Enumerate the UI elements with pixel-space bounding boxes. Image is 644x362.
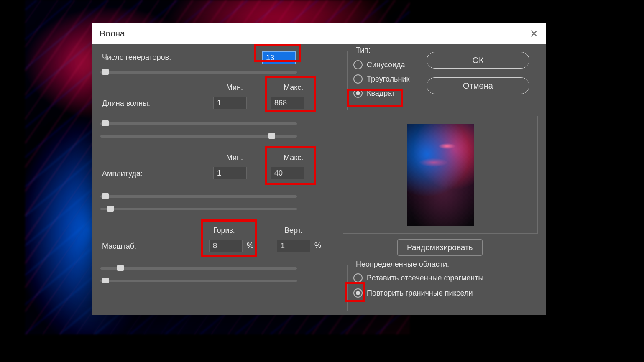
preview-image	[407, 124, 474, 226]
scale-label: Масштаб:	[102, 242, 136, 251]
amplitude-max-slider[interactable]	[100, 208, 297, 210]
scale-horiz-slider[interactable]	[100, 267, 297, 270]
type-legend: Тип:	[353, 46, 373, 55]
type-radio-sine[interactable]: Синусоида	[353, 60, 405, 69]
radio-icon	[353, 74, 363, 84]
undefined-radio-wrap[interactable]: Вставить отсеченные фрагменты	[353, 273, 484, 283]
amplitude-min-header: Мин.	[226, 153, 243, 162]
wavelength-max-slider[interactable]	[100, 135, 297, 138]
radio-icon	[353, 288, 363, 298]
preview-box	[343, 116, 538, 234]
generators-slider[interactable]	[100, 71, 297, 74]
type-fieldset: Тип: Синусоида Треугольник Квадрат	[347, 51, 417, 110]
type-radio-triangle[interactable]: Треугольник	[353, 74, 409, 84]
undefined-areas-legend: Неопределенные области:	[353, 260, 452, 269]
scale-horiz-input[interactable]	[209, 240, 243, 252]
type-square-label: Квадрат	[367, 89, 395, 98]
wavelength-min-slider[interactable]	[100, 122, 297, 125]
amplitude-min-slider[interactable]	[100, 195, 297, 198]
wavelength-min-input[interactable]	[213, 97, 247, 109]
generators-label: Число генераторов:	[102, 53, 171, 62]
scale-vert-input[interactable]	[277, 240, 310, 252]
amplitude-max-header: Макс.	[284, 153, 303, 162]
randomize-button[interactable]: Рандомизировать	[397, 239, 483, 256]
type-sine-label: Синусоида	[367, 61, 405, 69]
amplitude-min-input[interactable]	[213, 167, 247, 179]
close-icon[interactable]	[530, 29, 538, 38]
scale-vert-unit: %	[314, 241, 321, 250]
undefined-repeat-label: Повторить граничные пиксели	[367, 289, 473, 298]
scale-horiz-unit: %	[247, 241, 253, 250]
cancel-button[interactable]: Отмена	[427, 77, 529, 94]
wavelength-min-header: Мин.	[226, 83, 243, 92]
undefined-radio-repeat[interactable]: Повторить граничные пиксели	[353, 288, 473, 298]
wavelength-max-input[interactable]	[271, 97, 304, 109]
ok-button[interactable]: ОК	[427, 52, 529, 69]
undefined-areas-fieldset: Неопределенные области: Вставить отсечен…	[347, 265, 540, 311]
radio-icon	[353, 60, 363, 69]
scale-vert-header: Верт.	[284, 226, 302, 235]
undefined-wrap-label: Вставить отсеченные фрагменты	[367, 274, 484, 283]
wavelength-max-header: Макс.	[284, 83, 303, 92]
radio-icon	[353, 89, 363, 98]
dialog-title: Волна	[100, 28, 125, 38]
dialog-titlebar: Волна	[92, 23, 546, 44]
wave-filter-dialog: Волна Число генераторов: Мин. Макс. Длин…	[92, 23, 546, 315]
amplitude-label: Амплитуда:	[102, 169, 143, 178]
type-radio-square[interactable]: Квадрат	[353, 89, 395, 98]
wavelength-label: Длина волны:	[102, 99, 150, 108]
generators-input[interactable]	[262, 51, 296, 64]
amplitude-max-input[interactable]	[271, 167, 304, 179]
scale-horiz-header: Гориз.	[213, 226, 235, 235]
type-triangle-label: Треугольник	[367, 75, 409, 84]
scale-vert-slider[interactable]	[100, 280, 297, 282]
radio-icon	[353, 273, 363, 283]
